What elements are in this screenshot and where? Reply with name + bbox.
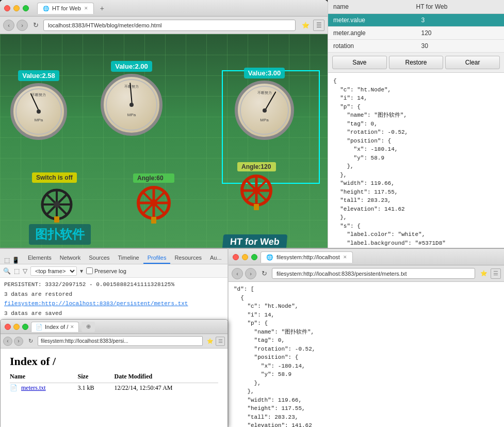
address-bar[interactable]: localhost:8383/HTWeb/blog/meter/demo.htm…: [43, 20, 296, 31]
console-link-0[interactable]: filesystem:http://localhost:8383/persist…: [4, 301, 188, 307]
save-button[interactable]: Save: [332, 56, 387, 69]
prop-row-2[interactable]: rotation 30: [328, 40, 504, 53]
iw-bookmark-icon[interactable]: ⭐: [205, 337, 215, 346]
gauge-1[interactable]: Value:2.58 不断努力 MPa: [10, 70, 67, 140]
forward-button[interactable]: ›: [17, 20, 28, 31]
fs-close-button[interactable]: [233, 254, 239, 260]
iw-content: Index of / Name Size Date Modified 📄 met…: [1, 349, 227, 427]
fs-reload-button[interactable]: ↻: [258, 268, 270, 279]
fs-tab-close[interactable]: ✕: [343, 255, 347, 260]
filesystem-browser: 🌐 filesystem:http://localhost ✕ ‹ › ↻ fi…: [228, 248, 504, 427]
maximize-button[interactable]: [23, 5, 29, 11]
iw-back-button[interactable]: ‹: [3, 337, 12, 346]
tab-profiles[interactable]: Profiles: [143, 252, 171, 264]
iw-file-table: Name Size Date Modified 📄 meters.txt 3.1…: [10, 372, 218, 393]
iw-forward-button[interactable]: ›: [14, 337, 23, 346]
address-text: localhost:8383/HTWeb/blog/meter/demo.htm…: [48, 22, 162, 28]
black-valve[interactable]: [39, 186, 75, 223]
prop-key-0: meter.value: [328, 14, 416, 26]
browser-tab-main[interactable]: 🌐 HT for Web ✕: [37, 3, 94, 14]
tab-network[interactable]: Network: [56, 252, 85, 264]
browser-titlebar: 🌐 HT for Web ✕ +: [0, 0, 328, 17]
preserve-log-checkbox[interactable]: [86, 267, 93, 274]
fs-bookmark-icon[interactable]: ⭐: [479, 268, 489, 279]
minimize-button[interactable]: [13, 5, 20, 11]
fs-maximize-button[interactable]: [251, 254, 257, 260]
browser-main-window: 🌐 HT for Web ✕ + ‹ › ↻ localhost:8383/HT…: [0, 0, 328, 248]
file-link[interactable]: meters.txt: [21, 384, 46, 391]
frame-selector[interactable]: <top frame>: [30, 266, 77, 276]
browser-nav: ‹ › ↻ localhost:8383/HTWeb/blog/meter/de…: [0, 17, 328, 34]
fs-titlebar: 🌐 filesystem:http://localhost ✕: [229, 249, 504, 265]
console-line-3: 3 datas are saved: [4, 309, 223, 319]
inspect-icon[interactable]: ⬚: [4, 257, 10, 264]
valve2-label: Angle:120: [237, 162, 276, 171]
tab-label: HT for Web: [52, 5, 81, 11]
watermark-chinese: 图扑软件: [29, 224, 91, 245]
restore-button[interactable]: Restore: [389, 56, 444, 69]
fs-address-bar[interactable]: filesystem:http://localhost:8383/persist…: [272, 268, 475, 279]
fs-menu-icon[interactable]: ☰: [491, 268, 501, 279]
tab-timeline[interactable]: Timeline: [114, 252, 143, 264]
back-button[interactable]: ‹: [3, 20, 14, 31]
prop-value-1: 120: [416, 27, 505, 39]
tab-close-icon[interactable]: ✕: [84, 6, 88, 11]
gauge-3[interactable]: Value:3.00 不断努力 MPa: [235, 68, 294, 140]
svg-rect-13: [151, 217, 156, 224]
clear-button[interactable]: Clear: [445, 56, 500, 69]
close-button[interactable]: [4, 5, 10, 11]
prop-key-1: meter.angle: [328, 27, 416, 39]
switch-label: Switch is off: [32, 172, 77, 183]
prop-col-name: name: [333, 3, 416, 10]
json-view-right: { "c": "ht.Node", "i": 14, "p": { "name"…: [328, 73, 504, 248]
iw-tab[interactable]: 📄 Index of / ✕: [31, 322, 79, 332]
preserve-log-text: Preserve log: [94, 268, 126, 274]
fs-tab[interactable]: 🌐 filesystem:http://localhost ✕: [261, 251, 353, 263]
gauge3-value-label: Value:3.00: [244, 68, 285, 78]
prop-header: name HT for Web: [328, 0, 504, 14]
iw-tab-close[interactable]: ✕: [70, 324, 74, 329]
new-tab-button[interactable]: +: [94, 3, 110, 14]
iw-address-text: filesystem:http://localhost:8383/persi..…: [41, 338, 128, 344]
filter2-icon[interactable]: ▽: [23, 267, 27, 275]
filter-icon[interactable]: ⬚: [14, 267, 20, 275]
iw-close-button[interactable]: [5, 324, 11, 330]
iw-address-bar[interactable]: filesystem:http://localhost:8383/persi..…: [38, 336, 203, 346]
prop-row-1[interactable]: meter.angle 120: [328, 27, 504, 40]
search-icon[interactable]: 🔍: [3, 267, 11, 275]
fs-back-button[interactable]: ‹: [232, 268, 243, 279]
valve1-label: Angle:60: [133, 173, 174, 183]
iw-table-row: 📄 meters.txt 3.1 kB 12/22/14, 12:50:47 A…: [10, 383, 218, 393]
fs-minimize-button[interactable]: [242, 254, 248, 260]
tab-sources[interactable]: Sources: [85, 252, 113, 264]
mobile-icon[interactable]: 📱: [12, 257, 20, 264]
bookmark-icon[interactable]: ⭐: [300, 20, 311, 31]
iw-reload-button[interactable]: ↻: [25, 336, 36, 347]
prop-row-selected[interactable]: meter.value 3: [328, 14, 504, 27]
prop-key-2: rotation: [328, 40, 416, 52]
iw-minimize-button[interactable]: [13, 324, 20, 330]
col-size-header: Size: [78, 372, 115, 383]
tab-elements[interactable]: Elements: [24, 252, 56, 264]
iw-menu-icon[interactable]: ☰: [216, 337, 225, 346]
gauge-2[interactable]: Value:2.00 不断努力 MPa: [101, 61, 162, 136]
watermark-htforweb: HT for Web: [222, 234, 287, 248]
tab-resources[interactable]: Resources: [170, 252, 206, 264]
iw-table-header: Name Size Date Modified: [10, 372, 218, 383]
svg-point-12: [150, 199, 157, 207]
svg-point-19: [253, 187, 260, 194]
tab-icon: 🌐: [43, 6, 49, 11]
iw-tab-icon: 📄: [36, 324, 43, 330]
red-valve-1[interactable]: Angle:60: [133, 173, 174, 226]
iw-tab-new[interactable]: ⊕: [82, 322, 95, 332]
tab-more[interactable]: Au...: [206, 252, 226, 264]
fs-tab-label: filesystem:http://localhost: [277, 254, 340, 260]
red-valve-2[interactable]: Angle:120: [237, 162, 276, 213]
reload-button[interactable]: ↻: [30, 20, 41, 31]
iw-maximize-button[interactable]: [22, 324, 28, 330]
extensions-icon[interactable]: ☰: [313, 20, 324, 31]
fs-forward-button[interactable]: ›: [245, 268, 256, 279]
svg-point-5: [54, 201, 60, 208]
frame-expand-icon[interactable]: ▾: [80, 267, 83, 275]
prop-value-2: 30: [416, 40, 505, 52]
